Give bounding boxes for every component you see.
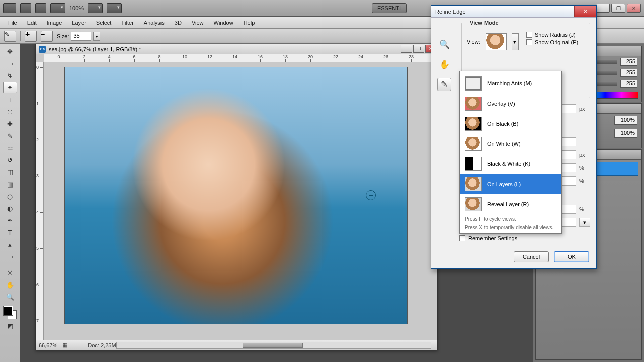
minibridge-button[interactable] bbox=[35, 3, 46, 13]
pen-tool-icon[interactable]: ✒ bbox=[3, 215, 17, 226]
b-value[interactable]: 255 bbox=[620, 80, 637, 88]
view-option-thumb-icon bbox=[465, 177, 482, 191]
marquee-tool-icon[interactable]: ▭ bbox=[3, 58, 17, 69]
view-option-5[interactable]: On Layers (L) bbox=[460, 174, 561, 194]
view-option-4[interactable]: Black & White (K) bbox=[460, 154, 561, 174]
chevron-down-icon[interactable]: ▾ bbox=[512, 33, 519, 50]
refine-brush-add-icon[interactable]: ✚ bbox=[25, 31, 37, 42]
view-option-label: Black & White (K) bbox=[487, 161, 530, 167]
status-nav-icon[interactable]: ▦ bbox=[62, 342, 67, 348]
menu-3d[interactable]: 3D bbox=[170, 18, 187, 27]
extras-dropdown[interactable] bbox=[107, 3, 122, 13]
view-option-label: Marching Ants (M) bbox=[487, 80, 532, 86]
screen-mode-dropdown[interactable] bbox=[50, 3, 65, 13]
shape-tool-icon[interactable]: ▭ bbox=[3, 251, 17, 262]
brush-size-flyout[interactable]: ▸ bbox=[93, 32, 100, 41]
blur-tool-icon[interactable]: ◌ bbox=[3, 191, 17, 202]
3d-tool-icon[interactable]: ✳ bbox=[3, 267, 17, 278]
view-option-1[interactable]: Overlay (V) bbox=[460, 94, 561, 114]
eyedropper-tool-icon[interactable]: ⁙ bbox=[3, 106, 17, 117]
dialog-side-tools: 🔍 ✋ ✎ bbox=[437, 38, 451, 91]
workspace-switcher[interactable]: ESSENTI bbox=[372, 3, 407, 13]
unit-pct3: % bbox=[579, 206, 590, 212]
bridge-button[interactable] bbox=[20, 3, 31, 13]
ps-glyph-button[interactable] bbox=[3, 3, 16, 13]
zoom-tool-icon[interactable]: 🔍 bbox=[437, 38, 451, 51]
quick-select-tool-icon[interactable]: ✦ bbox=[3, 82, 17, 93]
arrange-dropdown[interactable] bbox=[88, 3, 103, 13]
doc-minimize-button[interactable]: — bbox=[401, 45, 412, 53]
crop-tool-icon[interactable]: ⟂ bbox=[3, 94, 17, 105]
view-mode-thumb-icon bbox=[486, 33, 507, 50]
fill-field[interactable]: 100% bbox=[614, 129, 637, 138]
history-brush-tool-icon[interactable]: ↺ bbox=[3, 154, 17, 165]
menu-window[interactable]: Window bbox=[209, 18, 238, 27]
status-zoom[interactable]: 66,67% bbox=[39, 342, 57, 348]
window-restore-button[interactable]: ❐ bbox=[611, 4, 625, 13]
dialog-close-button[interactable]: ✕ bbox=[574, 6, 596, 17]
color-swatches[interactable] bbox=[4, 306, 17, 319]
chevron-down-icon[interactable]: ▾ bbox=[579, 218, 590, 227]
menu-layer[interactable]: Layer bbox=[67, 18, 91, 27]
view-option-label: On Black (B) bbox=[487, 121, 518, 127]
canvas-viewport[interactable] bbox=[44, 62, 431, 340]
view-option-6[interactable]: Reveal Layer (R) bbox=[460, 194, 561, 214]
show-original-checkbox[interactable] bbox=[526, 39, 532, 45]
brush-size-input[interactable]: 35 bbox=[71, 32, 91, 41]
move-tool-icon[interactable]: ✥ bbox=[3, 46, 17, 57]
r-value[interactable]: 255 bbox=[620, 58, 637, 66]
path-select-tool-icon[interactable]: ▴ bbox=[3, 239, 17, 250]
dialog-titlebar[interactable]: Refine Edge ✕ bbox=[431, 6, 596, 18]
menu-view[interactable]: View bbox=[187, 18, 209, 27]
horizontal-scrollbar[interactable] bbox=[116, 342, 431, 349]
dodge-tool-icon[interactable]: ◐ bbox=[3, 203, 17, 214]
stamp-tool-icon[interactable]: ⚍ bbox=[3, 142, 17, 153]
window-close-button[interactable]: ✕ bbox=[627, 4, 641, 13]
photoshop-app: 100% ESSENTI — ❐ ✕ File Edit Image Layer… bbox=[0, 0, 644, 362]
healing-tool-icon[interactable]: ✚ bbox=[3, 118, 17, 129]
menu-help[interactable]: Help bbox=[238, 18, 260, 27]
menu-file[interactable]: File bbox=[3, 18, 22, 27]
remember-settings-checkbox[interactable] bbox=[459, 235, 465, 241]
menu-image[interactable]: Image bbox=[42, 18, 67, 27]
lasso-tool-icon[interactable]: ↯ bbox=[3, 70, 17, 81]
view-option-thumb-icon bbox=[465, 117, 482, 131]
popup-hint-1: Press F to cycle views. bbox=[460, 214, 561, 223]
view-option-thumb-icon bbox=[465, 157, 482, 171]
document-titlebar[interactable]: Ps sea.jpg @ 66,7% (Layer 1, RGB/8#) * —… bbox=[36, 44, 437, 54]
remember-settings-label: Remember Settings bbox=[468, 235, 517, 241]
show-radius-label: Show Radius (J) bbox=[535, 32, 576, 38]
type-tool-icon[interactable]: T bbox=[3, 227, 17, 238]
view-option-thumb-icon bbox=[465, 197, 482, 211]
hand-tool-icon[interactable]: ✋ bbox=[437, 58, 451, 71]
quickmask-toggle-icon[interactable]: ◩ bbox=[3, 320, 17, 331]
scrollbar-thumb[interactable] bbox=[243, 343, 303, 348]
opacity-field[interactable]: 100% bbox=[614, 116, 637, 125]
zoom-tool-icon[interactable]: 🔍 bbox=[3, 291, 17, 302]
eraser-tool-icon[interactable]: ◫ bbox=[3, 166, 17, 177]
brush-tool-icon[interactable]: ✎ bbox=[3, 130, 17, 141]
refine-brush-subtract-icon[interactable]: ━ bbox=[41, 31, 53, 42]
gradient-tool-icon[interactable]: ▥ bbox=[3, 178, 17, 190]
separator bbox=[20, 31, 21, 41]
ok-button[interactable]: OK bbox=[554, 251, 589, 262]
doc-maximize-button[interactable]: ❐ bbox=[413, 45, 424, 53]
view-option-2[interactable]: On Black (B) bbox=[460, 114, 561, 134]
foreground-color-swatch[interactable] bbox=[4, 306, 13, 315]
active-tool-preset-icon[interactable]: ✎ bbox=[4, 31, 16, 42]
menu-edit[interactable]: Edit bbox=[22, 18, 42, 27]
view-option-3[interactable]: On White (W) bbox=[460, 134, 561, 154]
menu-filter[interactable]: Filter bbox=[116, 18, 138, 27]
vertical-ruler[interactable]: 01234567 bbox=[36, 62, 44, 340]
refine-radius-tool-icon[interactable]: ✎ bbox=[437, 78, 451, 91]
menu-analysis[interactable]: Analysis bbox=[139, 18, 170, 27]
g-value[interactable]: 255 bbox=[620, 69, 637, 77]
window-minimize-button[interactable]: — bbox=[596, 4, 610, 13]
show-radius-checkbox[interactable] bbox=[526, 32, 532, 38]
horizontal-ruler[interactable]: 0246810121416182022242628 bbox=[44, 54, 437, 62]
hand-tool-icon[interactable]: ✋ bbox=[3, 279, 17, 290]
menu-select[interactable]: Select bbox=[91, 18, 117, 27]
view-option-0[interactable]: Marching Ants (M) bbox=[460, 73, 561, 94]
view-mode-dropdown[interactable] bbox=[486, 33, 507, 50]
cancel-button[interactable]: Cancel bbox=[514, 251, 549, 262]
